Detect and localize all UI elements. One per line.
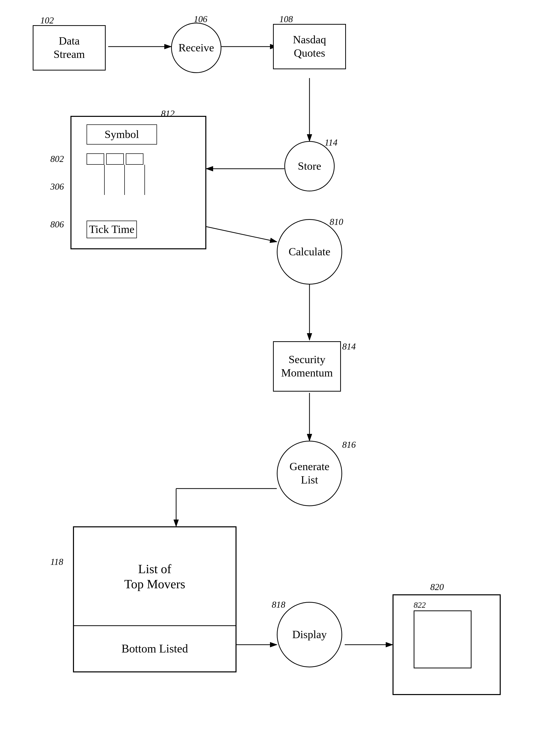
label-114: 114: [324, 137, 337, 148]
symbol-cell-1: [87, 153, 104, 165]
nasdaq-quotes-label: Nasdaq Quotes: [293, 33, 326, 60]
data-stream-label: Data Stream: [54, 35, 85, 61]
store-circle: Store: [284, 141, 335, 191]
data-stream-box: Data Stream: [33, 25, 106, 71]
receive-circle: Receive: [171, 23, 222, 73]
calculate-circle: Calculate: [277, 219, 342, 285]
tick-time-label: Tick Time: [89, 223, 135, 236]
monitor-box: 822: [392, 594, 501, 695]
top-movers-label: List of Top Movers: [124, 561, 185, 592]
monitor-screen: [414, 610, 471, 668]
diagram: 102 Data Stream 106 Receive 108 Nasdaq Q…: [0, 0, 546, 756]
nasdaq-quotes-box: Nasdaq Quotes: [273, 24, 346, 69]
symbol-cell-3: [126, 153, 144, 165]
generate-list-circle: Generate List: [277, 441, 342, 506]
bottom-listed-label: Bottom Listed: [122, 642, 188, 656]
label-818: 818: [272, 599, 285, 610]
security-momentum-box: Security Momentum: [273, 341, 341, 392]
label-306: 306: [50, 181, 64, 192]
label-814: 814: [342, 341, 356, 352]
label-102: 102: [40, 15, 54, 26]
symbol-outer-box: Symbol Tick Time: [70, 116, 206, 249]
svg-line-4: [206, 227, 277, 242]
label-118: 118: [50, 557, 63, 567]
label-806: 806: [50, 219, 64, 230]
security-momentum-label: Security Momentum: [281, 353, 333, 380]
symbol-cell-2: [106, 153, 124, 165]
label-802: 802: [50, 154, 64, 164]
label-820: 820: [430, 582, 444, 592]
symbol-label: Symbol: [105, 128, 139, 141]
store-label: Store: [298, 160, 321, 173]
generate-list-label: Generate List: [289, 460, 329, 487]
label-816: 816: [342, 439, 356, 450]
tick-time-box: Tick Time: [87, 221, 137, 238]
label-810: 810: [329, 217, 343, 227]
symbol-inner-box: Symbol: [87, 124, 157, 145]
label-822: 822: [414, 600, 426, 610]
list-outer-box: List of Top Movers Bottom Listed: [73, 526, 237, 672]
display-circle: Display: [277, 602, 342, 667]
receive-label: Receive: [179, 41, 214, 55]
display-label: Display: [292, 628, 327, 641]
label-108: 108: [279, 14, 293, 24]
calculate-label: Calculate: [288, 245, 330, 259]
